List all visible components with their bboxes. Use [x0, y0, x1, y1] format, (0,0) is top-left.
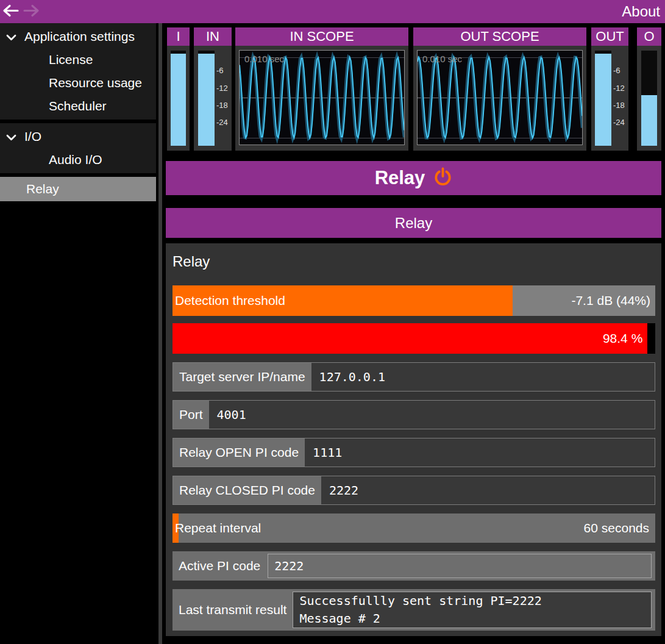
sidebar-divider	[158, 23, 162, 644]
panel-title: Relay	[172, 253, 210, 270]
out-scope-panel: OUT SCOPE 0.010 sec	[413, 27, 586, 151]
field-label: Port	[173, 401, 209, 429]
meter-fill	[198, 54, 215, 146]
detection-threshold-slider[interactable]: Detection threshold -7.1 dB (44%)	[172, 285, 655, 316]
meter-header: OUT	[591, 27, 628, 46]
meter-tick: -24	[216, 118, 228, 127]
tree-group-io: I/O Audio I/O	[0, 123, 156, 173]
meter-tick: -12	[216, 84, 228, 93]
meter-well	[198, 51, 215, 146]
last-transmit-row: Last transmit result Successfullly sent …	[172, 589, 655, 631]
target-server-field-row: Target server IP/name 127.0.0.1	[172, 362, 655, 392]
relay-settings-panel: Relay Detection threshold -7.1 dB (44%) …	[166, 243, 661, 636]
about-menu[interactable]: About	[622, 3, 660, 20]
sidebar-item-resource-usage[interactable]: Resource usage	[0, 71, 156, 95]
arrow-left-icon	[2, 4, 19, 20]
sine-wave	[418, 51, 582, 145]
chevron-down-icon	[6, 29, 16, 44]
port-input[interactable]: 4001	[209, 401, 655, 429]
signal-level-meter: 98.4 %	[172, 323, 655, 354]
in-scope-panel: IN SCOPE 0.010 sec	[235, 27, 408, 151]
sidebar-item-label: License	[49, 52, 93, 67]
power-icon[interactable]	[433, 166, 452, 190]
sidebar-item-io[interactable]: I/O	[0, 125, 156, 148]
result-line: Successfullly sent string PI=2222	[299, 592, 645, 610]
sidebar-item-relay-selected[interactable]: Relay	[0, 177, 156, 201]
active-pi-input[interactable]: 2222	[268, 554, 652, 578]
sidebar-item-label: Audio I/O	[49, 152, 102, 167]
sidebar-item-scheduler[interactable]: Scheduler	[0, 95, 156, 118]
output-level-meter: OUT -6 -12 -18 -24	[591, 27, 628, 151]
relay-header-title: Relay	[375, 167, 425, 189]
sidebar-item-label: Resource usage	[49, 76, 142, 90]
meter-header: IN	[194, 27, 232, 46]
top-bar: About	[0, 0, 665, 23]
input-level-meter: IN -6 -12 -18 -24	[194, 27, 232, 151]
relay-subheader-title: Relay	[395, 215, 432, 232]
meter-tick: -6	[216, 66, 224, 75]
meter-fill	[171, 54, 186, 146]
repeat-interval-slider[interactable]: Repeat interval 60 seconds	[172, 513, 655, 543]
meter-well	[595, 51, 611, 146]
port-field-row: Port 4001	[172, 400, 655, 429]
sidebar: Application settings License Resource us…	[0, 23, 156, 644]
level-value: 98.4 %	[603, 331, 642, 346]
sidebar-item-label: Relay	[26, 182, 59, 196]
scope-time-label: 0.010 sec	[244, 54, 284, 64]
relay-closed-pi-input[interactable]: 2222	[321, 476, 655, 504]
field-label: Relay CLOSED PI code	[173, 476, 321, 504]
relay-closed-pi-field-row: Relay CLOSED PI code 2222	[172, 476, 655, 505]
field-label: Relay OPEN PI code	[173, 438, 305, 467]
chevron-down-icon	[6, 129, 16, 144]
sidebar-item-audio-io[interactable]: Audio I/O	[0, 148, 156, 171]
meter-tick: -18	[613, 101, 625, 110]
sidebar-item-license[interactable]: License	[0, 48, 156, 71]
meter-well	[641, 51, 657, 146]
field-label: Target server IP/name	[173, 363, 311, 391]
meter-header: I	[167, 27, 190, 46]
slider-label: Repeat interval	[175, 513, 261, 543]
slider-value: -7.1 dB (44%)	[571, 285, 650, 316]
meter-well	[171, 51, 186, 146]
sidebar-item-application-settings[interactable]: Application settings	[0, 25, 156, 48]
forward-button[interactable]	[21, 2, 41, 21]
result-line: Message # 2	[299, 610, 645, 628]
out-scope-display: 0.010 sec	[417, 50, 583, 145]
last-transmit-result: Successfullly sent string PI=2222 Messag…	[293, 592, 652, 628]
field-label: Last transmit result	[172, 603, 293, 617]
level-fill: 98.4 %	[172, 323, 647, 354]
arrow-right-icon	[23, 4, 40, 20]
relay-open-pi-field-row: Relay OPEN PI code 1111	[172, 438, 655, 467]
meter-tick: -6	[613, 66, 621, 75]
slider-label: Detection threshold	[175, 285, 285, 316]
slider-value: 60 seconds	[584, 513, 649, 543]
scope-header: IN SCOPE	[235, 27, 408, 46]
scope-header: OUT SCOPE	[413, 27, 586, 46]
sidebar-item-label: Scheduler	[49, 99, 107, 113]
relay-open-pi-input[interactable]: 1111	[305, 438, 655, 467]
app-window: About Application settings License Resou…	[0, 0, 665, 644]
in-scope-display: 0.010 sec	[239, 50, 405, 145]
meter-tick: -18	[216, 101, 228, 110]
sidebar-item-label: I/O	[24, 129, 41, 144]
meter-tick: -24	[613, 118, 625, 127]
meter-fill	[595, 54, 611, 146]
tree-group-application-settings: Application settings License Resource us…	[0, 23, 156, 120]
sidebar-item-label: Application settings	[24, 29, 135, 44]
meter-tick: -12	[613, 84, 625, 93]
back-button[interactable]	[0, 2, 21, 21]
meter-fill	[641, 95, 657, 146]
sine-wave	[240, 51, 404, 145]
output-level-meter-compact: O	[637, 27, 661, 151]
input-level-meter-compact: I	[167, 27, 190, 151]
scope-time-label: 0.010 sec	[422, 54, 462, 64]
relay-subheader[interactable]: Relay	[166, 208, 661, 238]
active-pi-row: Active PI code 2222	[172, 551, 655, 581]
meter-header: O	[637, 27, 661, 46]
target-server-input[interactable]: 127.0.0.1	[311, 363, 655, 391]
relay-power-header[interactable]: Relay	[166, 161, 661, 195]
field-label: Active PI code	[172, 559, 268, 573]
